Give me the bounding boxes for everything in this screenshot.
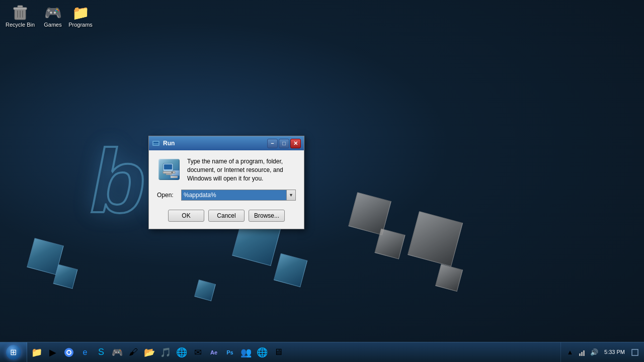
taskbar-icon-music[interactable]: 🎵 — [158, 345, 173, 360]
svg-rect-2 — [18, 6, 23, 8]
programs-icon: 📁 — [72, 5, 89, 21]
close-button[interactable]: ✕ — [290, 139, 301, 148]
taskbar-icon-steam[interactable]: 🎮 — [110, 345, 125, 360]
svg-rect-17 — [579, 353, 581, 356]
dialog-description: Type the name of a program, folder, docu… — [187, 157, 296, 183]
taskbar-icon-flags[interactable]: 🌐 — [255, 345, 270, 360]
cancel-button[interactable]: Cancel — [208, 210, 245, 222]
programs-label: Programs — [68, 22, 93, 28]
run-icon-inner — [158, 159, 180, 180]
taskbar-icon-media[interactable]: ▶ — [45, 345, 60, 360]
ok-button[interactable]: OK — [168, 210, 204, 222]
desktop-icon-programs[interactable]: 📁 Programs — [63, 3, 98, 30]
desktop-icon-recycle-bin[interactable]: Recycle Bin — [3, 3, 38, 30]
games-label: Games — [44, 22, 61, 28]
svg-rect-12 — [166, 173, 172, 175]
taskbar-icon-browser2[interactable]: 🌐 — [174, 345, 189, 360]
recycle-bin-icon — [12, 5, 28, 21]
cube-decoration — [274, 253, 307, 287]
games-icon: 🎮 — [45, 5, 61, 21]
browse-button[interactable]: Browse... — [249, 210, 285, 222]
taskbar-icon-paint[interactable]: 🖌 — [126, 345, 141, 360]
svg-rect-7 — [153, 142, 158, 145]
dialog-header: Type the name of a program, folder, docu… — [157, 157, 296, 183]
open-label: Open: — [157, 192, 177, 199]
cube-decoration — [194, 280, 216, 301]
dialog-body: Type the name of a program, folder, docu… — [149, 150, 304, 229]
run-title-icon — [152, 139, 160, 147]
tray-icon-volume[interactable]: 🔊 — [589, 347, 599, 357]
taskbar-icon-chrome[interactable] — [61, 345, 76, 360]
svg-point-16 — [67, 351, 70, 354]
input-wrap: ▼ — [181, 190, 296, 201]
cube-decoration — [408, 211, 463, 266]
taskbar-icon-ps[interactable]: Ps — [222, 345, 237, 360]
cube-decoration — [435, 264, 463, 292]
taskbar: ⊞ 📁 ▶ e S 🎮 — [0, 342, 644, 362]
run-icon — [157, 157, 181, 182]
svg-rect-19 — [583, 350, 585, 356]
svg-rect-1 — [14, 8, 27, 10]
svg-rect-11 — [163, 171, 175, 173]
svg-rect-10 — [164, 164, 172, 169]
cube-decoration — [53, 264, 78, 289]
svg-rect-20 — [632, 349, 638, 355]
dropdown-arrow[interactable]: ▼ — [287, 190, 296, 201]
title-buttons: − □ ✕ — [267, 139, 301, 148]
tray-icon-show-desktop[interactable] — [630, 347, 640, 357]
taskbar-icon-skype[interactable]: S — [94, 345, 109, 360]
tray-icon-network[interactable] — [577, 347, 587, 357]
taskbar-icon-ie[interactable]: e — [77, 345, 93, 360]
dialog-buttons: OK Cancel Browse... — [157, 208, 296, 222]
taskbar-icon-team[interactable]: 👥 — [238, 345, 254, 360]
start-orb: ⊞ — [6, 345, 21, 360]
clock-time: 5:33 PM — [604, 348, 625, 356]
system-tray: ▲ 🔊 5:33 PM — [560, 342, 644, 362]
svg-point-13 — [172, 172, 173, 173]
taskbar-icon-monitor[interactable]: 🖥 — [271, 345, 286, 360]
system-clock[interactable]: 5:33 PM — [601, 348, 628, 356]
cube-decoration — [348, 192, 391, 235]
taskbar-icon-ae[interactable]: Ae — [206, 345, 221, 360]
taskbar-icon-folder2[interactable]: 📂 — [142, 345, 157, 360]
taskbar-icon-mail[interactable]: ✉ — [190, 345, 205, 360]
open-input[interactable] — [181, 190, 287, 201]
dialog-title: Run — [163, 140, 267, 147]
start-button[interactable]: ⊞ — [0, 342, 27, 363]
desktop: blue Recycle Bin 🎮 Games 📁 — [0, 0, 644, 362]
tray-icon-arrow[interactable]: ▲ — [565, 347, 575, 357]
recycle-bin-label: Recycle Bin — [6, 22, 35, 28]
maximize-button[interactable]: □ — [279, 139, 289, 148]
taskbar-icons: 📁 ▶ e S 🎮 🖌 — [27, 345, 288, 360]
taskbar-icon-explorer[interactable]: 📁 — [29, 345, 44, 360]
minimize-button[interactable]: − — [267, 139, 278, 148]
dialog-titlebar: Run − □ ✕ — [149, 136, 304, 150]
run-dialog: Run − □ ✕ — [148, 136, 304, 229]
svg-rect-18 — [581, 352, 583, 356]
open-row: Open: ▼ — [157, 190, 296, 201]
